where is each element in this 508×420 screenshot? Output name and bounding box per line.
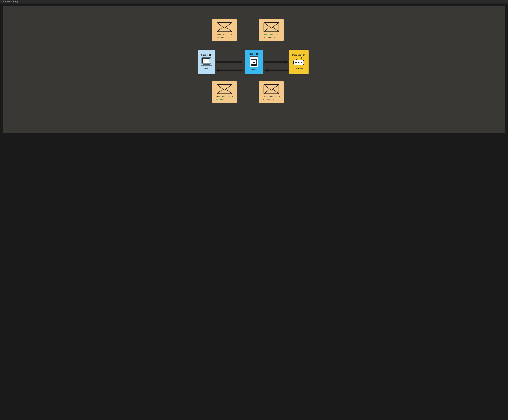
svg-rect-19 (250, 56, 258, 58)
envelope-bottom-right: From: Website IP To: Host IP (258, 81, 284, 103)
host-name-label: Host (251, 69, 257, 71)
host-card: Host IP Host (245, 49, 263, 74)
envelope-icon-top-right (263, 21, 279, 33)
svg-point-28 (298, 62, 299, 63)
envelope-top-right-text: From: Host IP To: Website IP (264, 33, 279, 39)
guest-card: Guest IP uVM (198, 49, 215, 74)
svg-marker-41 (285, 60, 289, 64)
envelope-top-left: From: Guest IP To: Website IP (211, 19, 237, 41)
svg-point-27 (295, 62, 297, 63)
host-ip-label: Host IP (249, 53, 258, 55)
envelope-bottom-left-text: From: Website IP To: Guest IP (216, 96, 233, 101)
envelope-top-right: From: Host IP To: Website IP (258, 19, 284, 41)
svg-rect-13 (204, 60, 205, 61)
internet-name-label: Internet (293, 67, 304, 70)
arrow-host-to-guest (215, 67, 244, 73)
svg-rect-35 (264, 85, 279, 94)
server-icon (249, 56, 259, 67)
svg-marker-43 (216, 68, 219, 72)
website-ip-label: Website IP (292, 54, 305, 56)
guest-name-label: uVM (204, 67, 208, 70)
svg-rect-0 (217, 22, 232, 32)
arrow-internet-to-host (263, 67, 289, 73)
svg-marker-42 (264, 68, 268, 72)
guest-ip-label: Guest IP (201, 54, 212, 56)
svg-line-24 (296, 58, 297, 60)
title-bar: IP Masquerading (0, 0, 508, 3)
diagram: From: Guest IP To: Website IP From: Host… (198, 19, 310, 120)
svg-rect-21 (253, 62, 255, 64)
svg-marker-40 (239, 60, 243, 64)
canvas: From: Guest IP To: Website IP From: Host… (3, 6, 505, 133)
laptop-icon (201, 57, 212, 66)
svg-point-29 (301, 62, 302, 63)
envelope-bottom-right-text: From: Website IP To: Host IP (263, 96, 280, 101)
router-icon (292, 57, 305, 66)
internet-card: Website IP Internet (289, 49, 309, 74)
app-title: IP Masquerading (1, 0, 18, 3)
envelope-icon-bottom-right (263, 83, 279, 95)
arrow-host-to-internet (263, 59, 289, 65)
envelope-top-left-text: From: Guest IP To: Website IP (217, 33, 232, 39)
svg-line-25 (301, 58, 302, 60)
envelope-bottom-left: From: Website IP To: Guest IP (211, 81, 237, 103)
arrow-guest-to-host (215, 59, 244, 65)
envelope-icon-bottom-left (217, 83, 232, 95)
svg-rect-30 (217, 85, 232, 94)
svg-rect-5 (264, 22, 279, 32)
envelope-icon-top-left (217, 21, 232, 33)
